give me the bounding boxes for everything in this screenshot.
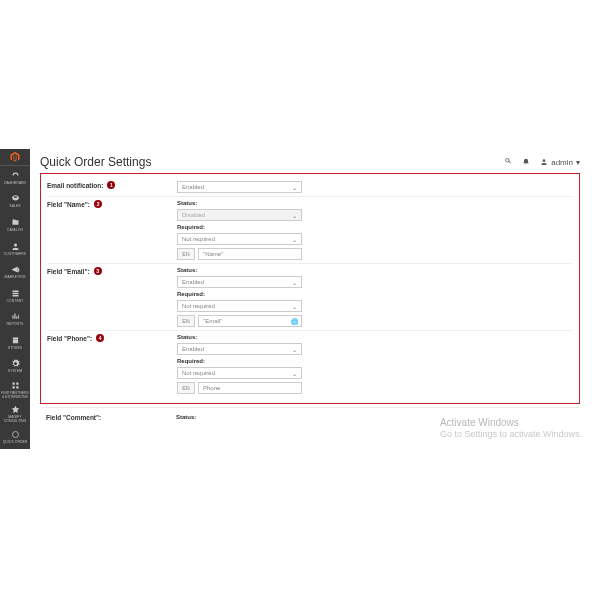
- nav-stores[interactable]: STORES: [0, 331, 30, 355]
- nav-quick-order[interactable]: QUICK ORDER: [0, 425, 30, 449]
- windows-activation-watermark: Activate Windows Go to Settings to activ…: [440, 417, 582, 440]
- select-name-status[interactable]: Disabled⌄: [177, 209, 302, 221]
- user-menu[interactable]: admin ▾: [540, 158, 580, 167]
- lang-toggle-email[interactable]: EN: [177, 315, 195, 327]
- scope-website-icon: 🌐: [291, 318, 298, 325]
- label-field-comment: Field "Comment":: [46, 414, 101, 421]
- field-phone: Field "Phone": 4 Status: Enabled⌄ Requir…: [47, 330, 573, 397]
- label-field-phone: Field "Phone":: [47, 335, 92, 342]
- chevron-down-icon: ▾: [576, 158, 580, 167]
- magento-logo: [0, 149, 30, 166]
- select-email-status[interactable]: Enabled⌄: [177, 276, 302, 288]
- nav-customers[interactable]: CUSTOMERS: [0, 237, 30, 261]
- main-content: Quick Order Settings admin ▾ Email notif…: [30, 149, 590, 449]
- select-phone-required[interactable]: Not required⌄: [177, 367, 302, 379]
- label-field-email: Field "Email":: [47, 268, 90, 275]
- nav-catalog[interactable]: CATALOG: [0, 213, 30, 237]
- select-name-required[interactable]: Not required⌄: [177, 233, 302, 245]
- badge-4: 4: [96, 334, 104, 342]
- field-name: Field "Name": 2 Status: Disabled⌄ Requir…: [47, 196, 573, 263]
- search-icon[interactable]: [504, 157, 512, 167]
- nav-system[interactable]: SYSTEM: [0, 355, 30, 379]
- field-email: Field "Email": 3 Status: Enabled⌄ Requir…: [47, 263, 573, 330]
- highlighted-settings-group: Email notification: 1 Enabled⌄ Field "Na…: [40, 173, 580, 404]
- nav-marketing[interactable]: MARKETING: [0, 260, 30, 284]
- badge-3: 3: [94, 267, 102, 275]
- select-email-required[interactable]: Not required⌄: [177, 300, 302, 312]
- input-name-placeholder[interactable]: "Name": [198, 248, 302, 260]
- svg-point-0: [12, 432, 18, 438]
- field-email-notification: Email notification: 1 Enabled⌄: [47, 178, 573, 196]
- select-phone-status[interactable]: Enabled⌄: [177, 343, 302, 355]
- nav-consulting[interactable]: MAGIFY CONSULTING: [0, 402, 30, 426]
- admin-sidebar: DASHBOARD SALES CATALOG CUSTOMERS MARKET…: [0, 149, 30, 449]
- page-title: Quick Order Settings: [40, 155, 151, 169]
- nav-partners[interactable]: FIND PARTNERS & EXTENSIONS: [0, 378, 30, 402]
- label-field-name: Field "Name":: [47, 201, 90, 208]
- badge-2: 2: [94, 200, 102, 208]
- label-email-notification: Email notification:: [47, 182, 103, 189]
- badge-1: 1: [107, 181, 115, 189]
- lang-toggle-name[interactable]: EN: [177, 248, 195, 260]
- nav-sales[interactable]: SALES: [0, 190, 30, 214]
- notifications-icon[interactable]: [522, 157, 530, 167]
- lang-toggle-phone[interactable]: EN: [177, 382, 195, 394]
- input-phone-placeholder[interactable]: Phone: [198, 382, 302, 394]
- user-icon: [540, 158, 548, 166]
- nav-reports[interactable]: REPORTS: [0, 308, 30, 332]
- nav-dashboard[interactable]: DASHBOARD: [0, 166, 30, 190]
- input-email-placeholder[interactable]: "Email" 🌐: [198, 315, 302, 327]
- nav-content[interactable]: CONTENT: [0, 284, 30, 308]
- select-email-notification[interactable]: Enabled⌄: [177, 181, 302, 193]
